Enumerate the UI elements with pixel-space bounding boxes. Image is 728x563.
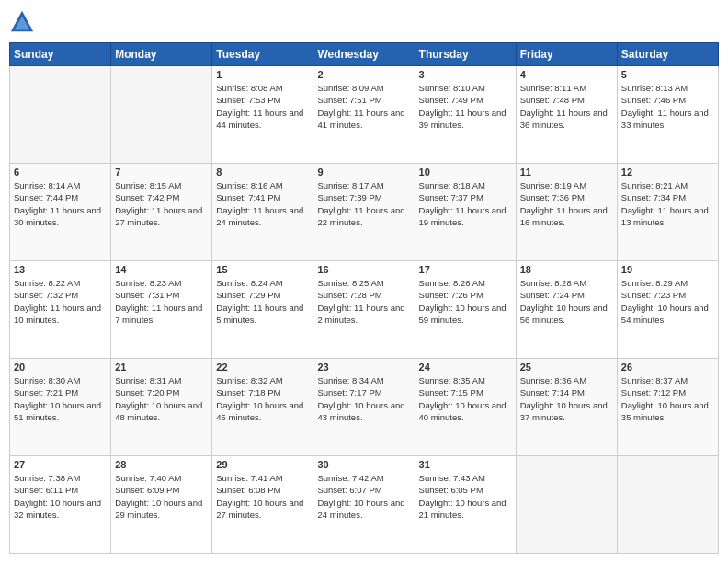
day-number: 10 (419, 167, 512, 178)
calendar-week-1: 1Sunrise: 8:08 AM Sunset: 7:53 PM Daylig… (10, 66, 719, 164)
day-number: 18 (520, 264, 613, 275)
day-info: Sunrise: 8:36 AM Sunset: 7:14 PM Dayligh… (520, 374, 613, 423)
calendar-cell: 22Sunrise: 8:32 AM Sunset: 7:18 PM Dayli… (212, 359, 313, 456)
calendar-table: SundayMondayTuesdayWednesdayThursdayFrid… (9, 42, 719, 554)
day-number: 6 (14, 167, 107, 178)
calendar-cell: 24Sunrise: 8:35 AM Sunset: 7:15 PM Dayli… (415, 359, 516, 456)
day-number: 24 (419, 362, 512, 373)
day-info: Sunrise: 8:17 AM Sunset: 7:39 PM Dayligh… (317, 179, 410, 228)
day-number: 23 (317, 362, 410, 373)
day-info: Sunrise: 8:18 AM Sunset: 7:37 PM Dayligh… (419, 179, 512, 228)
day-number: 16 (317, 264, 410, 275)
logo (9, 9, 39, 35)
day-info: Sunrise: 8:22 AM Sunset: 7:32 PM Dayligh… (14, 277, 107, 326)
calendar-cell: 11Sunrise: 8:19 AM Sunset: 7:36 PM Dayli… (516, 164, 617, 261)
calendar-week-5: 27Sunrise: 7:38 AM Sunset: 6:11 PM Dayli… (10, 456, 719, 554)
day-info: Sunrise: 8:30 AM Sunset: 7:21 PM Dayligh… (14, 374, 107, 423)
day-number: 7 (115, 167, 208, 178)
day-number: 26 (621, 362, 714, 373)
calendar-cell: 25Sunrise: 8:36 AM Sunset: 7:14 PM Dayli… (516, 359, 617, 456)
calendar-cell (111, 66, 212, 164)
day-number: 25 (520, 362, 613, 373)
calendar-cell: 18Sunrise: 8:28 AM Sunset: 7:24 PM Dayli… (516, 261, 617, 359)
day-info: Sunrise: 8:34 AM Sunset: 7:17 PM Dayligh… (317, 374, 410, 423)
day-info: Sunrise: 8:11 AM Sunset: 7:48 PM Dayligh… (520, 82, 613, 131)
calendar-cell: 23Sunrise: 8:34 AM Sunset: 7:17 PM Dayli… (313, 359, 415, 456)
calendar-cell: 5Sunrise: 8:13 AM Sunset: 7:46 PM Daylig… (617, 66, 718, 164)
calendar-cell: 14Sunrise: 8:23 AM Sunset: 7:31 PM Dayli… (111, 261, 212, 359)
day-number: 30 (317, 459, 410, 470)
day-number: 11 (520, 167, 613, 178)
calendar-cell: 7Sunrise: 8:15 AM Sunset: 7:42 PM Daylig… (111, 164, 212, 261)
day-header-saturday: Saturday (617, 43, 718, 66)
day-info: Sunrise: 8:37 AM Sunset: 7:12 PM Dayligh… (621, 374, 714, 423)
day-info: Sunrise: 8:08 AM Sunset: 7:53 PM Dayligh… (216, 82, 309, 131)
day-number: 17 (419, 264, 512, 275)
day-number: 4 (520, 69, 613, 80)
day-header-wednesday: Wednesday (313, 43, 415, 66)
day-number: 21 (115, 362, 208, 373)
day-info: Sunrise: 8:19 AM Sunset: 7:36 PM Dayligh… (520, 179, 613, 228)
day-info: Sunrise: 8:24 AM Sunset: 7:29 PM Dayligh… (216, 277, 309, 326)
calendar-cell: 3Sunrise: 8:10 AM Sunset: 7:49 PM Daylig… (415, 66, 516, 164)
calendar-cell: 16Sunrise: 8:25 AM Sunset: 7:28 PM Dayli… (313, 261, 415, 359)
logo-icon (9, 9, 35, 35)
calendar-week-2: 6Sunrise: 8:14 AM Sunset: 7:44 PM Daylig… (10, 164, 719, 261)
calendar-week-3: 13Sunrise: 8:22 AM Sunset: 7:32 PM Dayli… (10, 261, 719, 359)
day-number: 20 (14, 362, 107, 373)
calendar-cell: 6Sunrise: 8:14 AM Sunset: 7:44 PM Daylig… (10, 164, 111, 261)
day-number: 8 (216, 167, 309, 178)
day-header-monday: Monday (111, 43, 212, 66)
day-info: Sunrise: 8:32 AM Sunset: 7:18 PM Dayligh… (216, 374, 309, 423)
calendar-cell: 20Sunrise: 8:30 AM Sunset: 7:21 PM Dayli… (10, 359, 111, 456)
day-number: 9 (317, 167, 410, 178)
day-info: Sunrise: 8:09 AM Sunset: 7:51 PM Dayligh… (317, 82, 410, 131)
calendar-header-row: SundayMondayTuesdayWednesdayThursdayFrid… (10, 43, 719, 66)
calendar-cell (617, 456, 718, 554)
calendar-cell: 10Sunrise: 8:18 AM Sunset: 7:37 PM Dayli… (415, 164, 516, 261)
day-header-sunday: Sunday (10, 43, 111, 66)
day-info: Sunrise: 8:16 AM Sunset: 7:41 PM Dayligh… (216, 179, 309, 228)
day-number: 28 (115, 459, 208, 470)
day-header-thursday: Thursday (415, 43, 516, 66)
calendar-cell: 9Sunrise: 8:17 AM Sunset: 7:39 PM Daylig… (313, 164, 415, 261)
day-number: 5 (621, 69, 714, 80)
day-number: 27 (14, 459, 107, 470)
day-number: 13 (14, 264, 107, 275)
day-info: Sunrise: 8:21 AM Sunset: 7:34 PM Dayligh… (621, 179, 714, 228)
calendar-cell: 13Sunrise: 8:22 AM Sunset: 7:32 PM Dayli… (10, 261, 111, 359)
day-number: 2 (317, 69, 410, 80)
calendar-cell: 26Sunrise: 8:37 AM Sunset: 7:12 PM Dayli… (617, 359, 718, 456)
day-number: 22 (216, 362, 309, 373)
day-info: Sunrise: 7:43 AM Sunset: 6:05 PM Dayligh… (419, 472, 512, 521)
calendar-cell: 8Sunrise: 8:16 AM Sunset: 7:41 PM Daylig… (212, 164, 313, 261)
day-info: Sunrise: 8:29 AM Sunset: 7:23 PM Dayligh… (621, 277, 714, 326)
day-info: Sunrise: 8:10 AM Sunset: 7:49 PM Dayligh… (419, 82, 512, 131)
day-info: Sunrise: 8:35 AM Sunset: 7:15 PM Dayligh… (419, 374, 512, 423)
day-info: Sunrise: 8:28 AM Sunset: 7:24 PM Dayligh… (520, 277, 613, 326)
calendar-cell: 30Sunrise: 7:42 AM Sunset: 6:07 PM Dayli… (313, 456, 415, 554)
calendar-cell: 17Sunrise: 8:26 AM Sunset: 7:26 PM Dayli… (415, 261, 516, 359)
calendar-cell: 19Sunrise: 8:29 AM Sunset: 7:23 PM Dayli… (617, 261, 718, 359)
day-number: 31 (419, 459, 512, 470)
day-number: 14 (115, 264, 208, 275)
day-info: Sunrise: 7:41 AM Sunset: 6:08 PM Dayligh… (216, 472, 309, 521)
calendar-cell: 4Sunrise: 8:11 AM Sunset: 7:48 PM Daylig… (516, 66, 617, 164)
calendar-cell (10, 66, 111, 164)
day-info: Sunrise: 8:14 AM Sunset: 7:44 PM Dayligh… (14, 179, 107, 228)
day-header-tuesday: Tuesday (212, 43, 313, 66)
calendar-cell (516, 456, 617, 554)
calendar-week-4: 20Sunrise: 8:30 AM Sunset: 7:21 PM Dayli… (10, 359, 719, 456)
day-number: 3 (419, 69, 512, 80)
calendar-cell: 15Sunrise: 8:24 AM Sunset: 7:29 PM Dayli… (212, 261, 313, 359)
day-info: Sunrise: 7:38 AM Sunset: 6:11 PM Dayligh… (14, 472, 107, 521)
day-info: Sunrise: 8:31 AM Sunset: 7:20 PM Dayligh… (115, 374, 208, 423)
calendar-cell: 31Sunrise: 7:43 AM Sunset: 6:05 PM Dayli… (415, 456, 516, 554)
calendar-cell: 1Sunrise: 8:08 AM Sunset: 7:53 PM Daylig… (212, 66, 313, 164)
day-info: Sunrise: 8:13 AM Sunset: 7:46 PM Dayligh… (621, 82, 714, 131)
day-info: Sunrise: 8:23 AM Sunset: 7:31 PM Dayligh… (115, 277, 208, 326)
day-number: 19 (621, 264, 714, 275)
day-info: Sunrise: 7:40 AM Sunset: 6:09 PM Dayligh… (115, 472, 208, 521)
calendar-cell: 21Sunrise: 8:31 AM Sunset: 7:20 PM Dayli… (111, 359, 212, 456)
header (9, 9, 719, 35)
